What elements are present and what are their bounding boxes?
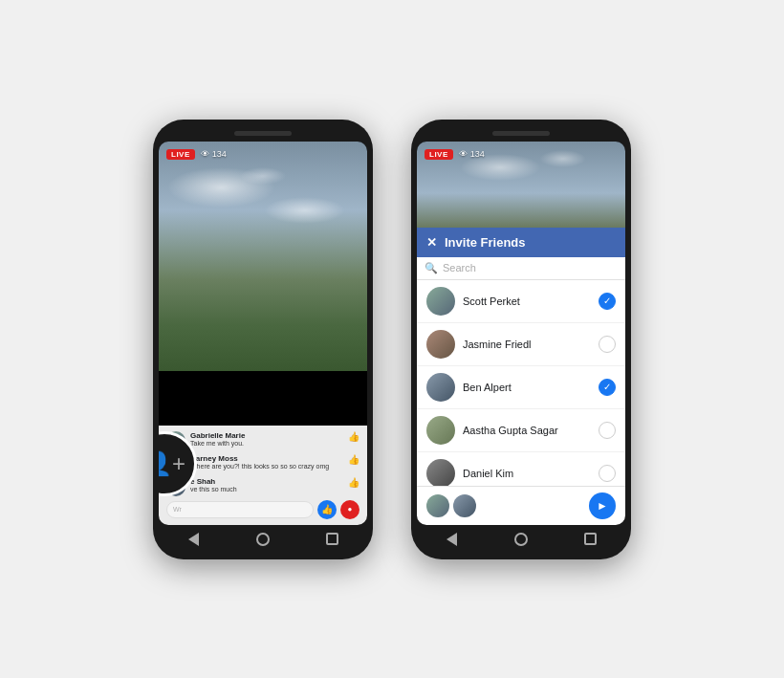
comment-input[interactable]: Wr bbox=[166, 501, 314, 518]
comment-message: ve this so much bbox=[190, 486, 343, 493]
comment-text: e Shah ve this so much bbox=[190, 477, 343, 493]
landscape-bg-right: LIVE 👁 134 bbox=[417, 142, 625, 228]
send-button[interactable]: ► bbox=[589, 492, 616, 519]
check-circle[interactable]: ✓ bbox=[599, 293, 616, 310]
stop-button[interactable]: ● bbox=[340, 500, 359, 519]
like-icon[interactable]: 👍 bbox=[348, 454, 359, 465]
check-circle[interactable] bbox=[599, 422, 616, 439]
view-count: 👁 134 bbox=[201, 149, 227, 159]
search-icon: 🔍 bbox=[425, 262, 438, 274]
add-friend-icon: 👤+ bbox=[159, 450, 185, 477]
comment-row: Gabrielle Marie Take me with you. 👍 bbox=[166, 431, 359, 450]
friend-name: Jasmine Friedl bbox=[463, 339, 591, 350]
comment-message: Where are you?! this looks so so so craz… bbox=[190, 463, 343, 470]
friend-row[interactable]: Aastha Gupta Sagar bbox=[417, 409, 625, 452]
avatar bbox=[426, 459, 455, 486]
search-bar[interactable]: 🔍 Search bbox=[417, 257, 625, 280]
comment-message: Take me with you. bbox=[190, 440, 343, 448]
home-button[interactable] bbox=[254, 531, 272, 548]
comment-text: Gabrielle Marie Take me with you. bbox=[190, 431, 343, 448]
recents-button-right[interactable] bbox=[582, 531, 599, 548]
commenter-name: Gabrielle Marie bbox=[190, 431, 343, 440]
like-button[interactable]: 👍 bbox=[317, 500, 337, 519]
comment-placeholder: Wr bbox=[173, 506, 182, 513]
comment-text: Barney Moss Where are you?! this looks s… bbox=[190, 454, 343, 470]
search-input[interactable]: Search bbox=[443, 262, 476, 273]
commenter-name: e Shah bbox=[190, 477, 343, 486]
avatar bbox=[426, 416, 455, 445]
comment-input-row: Wr 👍 ● bbox=[166, 500, 359, 519]
friend-name: Daniel Kim bbox=[463, 468, 591, 479]
recents-button[interactable] bbox=[324, 531, 341, 548]
back-button-right[interactable] bbox=[443, 531, 460, 548]
comment-row: e Shah ve this so much 👍 bbox=[166, 477, 359, 496]
left-phone: LIVE 👁 134 Gabrielle Marie Take me with … bbox=[153, 120, 373, 559]
friend-name: Aastha Gupta Sagar bbox=[463, 425, 591, 436]
live-bar: LIVE 👁 134 bbox=[166, 149, 227, 160]
landscape-bg: LIVE 👁 134 bbox=[159, 142, 367, 372]
friend-row[interactable]: Jasmine Friedl bbox=[417, 323, 625, 366]
selected-avatars bbox=[426, 494, 476, 517]
check-circle[interactable] bbox=[599, 336, 616, 353]
right-phone: LIVE 👁 134 ✕ Invite Friends 🔍 Search bbox=[411, 120, 631, 559]
check-circle[interactable]: ✓ bbox=[599, 379, 616, 396]
friend-row[interactable]: Ben Alpert ✓ bbox=[417, 366, 625, 409]
like-icon[interactable]: 👍 bbox=[348, 477, 359, 488]
friend-name: Scott Perket bbox=[463, 295, 591, 307]
live-badge-right: LIVE bbox=[425, 149, 453, 160]
invite-title: Invite Friends bbox=[445, 235, 526, 250]
avatar bbox=[426, 373, 455, 402]
phone-speaker bbox=[492, 131, 550, 136]
close-icon[interactable]: ✕ bbox=[426, 235, 437, 250]
avatar bbox=[426, 287, 455, 316]
commenter-name: Barney Moss bbox=[190, 454, 343, 463]
selected-avatar bbox=[426, 494, 449, 517]
phone-nav-bar bbox=[159, 525, 367, 550]
friend-row[interactable]: Scott Perket ✓ bbox=[417, 280, 625, 323]
left-phone-screen: LIVE 👁 134 Gabrielle Marie Take me with … bbox=[159, 142, 367, 525]
invite-panel: ✕ Invite Friends 🔍 Search Scott Perket ✓ bbox=[417, 228, 625, 525]
invite-footer: ► bbox=[417, 486, 625, 525]
friend-list: Scott Perket ✓ Jasmine Friedl Ben Alpert… bbox=[417, 280, 625, 486]
phone-speaker bbox=[234, 131, 292, 136]
view-count-right: 👁 134 bbox=[459, 149, 485, 159]
invite-header: ✕ Invite Friends bbox=[417, 228, 625, 257]
right-phone-screen: LIVE 👁 134 ✕ Invite Friends 🔍 Search bbox=[417, 142, 625, 525]
avatar bbox=[426, 330, 455, 359]
back-button[interactable] bbox=[185, 531, 202, 548]
phone-nav-bar-right bbox=[417, 525, 625, 550]
friend-row[interactable]: Daniel Kim bbox=[417, 452, 625, 486]
like-icon[interactable]: 👍 bbox=[348, 431, 359, 442]
home-button-right[interactable] bbox=[512, 531, 530, 548]
check-circle[interactable] bbox=[599, 465, 616, 482]
clouds bbox=[159, 142, 367, 372]
live-bar-right: LIVE 👁 134 bbox=[425, 149, 485, 160]
friend-name: Ben Alpert bbox=[463, 382, 591, 393]
selected-avatar bbox=[453, 494, 476, 517]
eye-icon-right: 👁 bbox=[459, 149, 468, 159]
eye-icon: 👁 bbox=[201, 149, 209, 159]
live-badge: LIVE bbox=[166, 149, 195, 160]
